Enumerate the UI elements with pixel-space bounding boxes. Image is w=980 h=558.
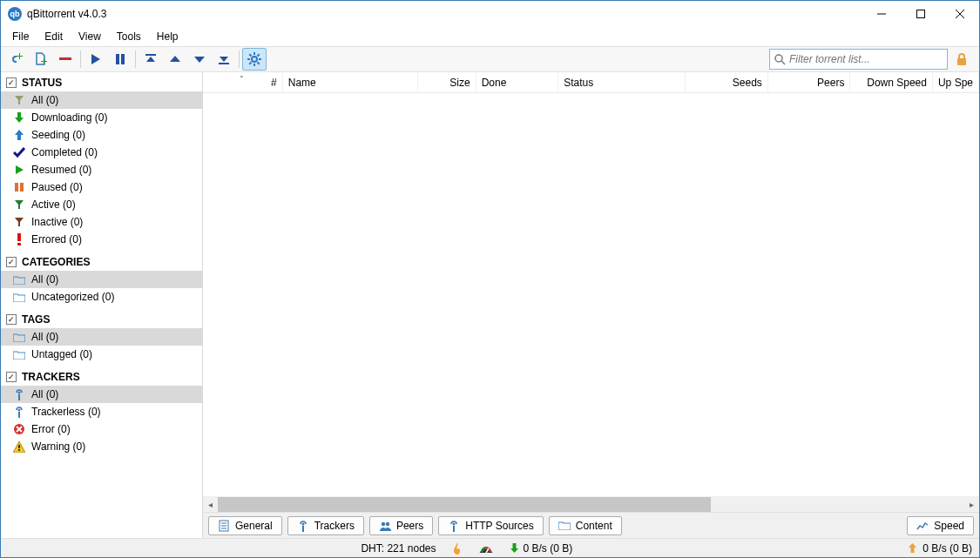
lock-button[interactable] xyxy=(951,49,972,70)
remove-button[interactable] xyxy=(53,48,78,71)
file-plus-icon xyxy=(33,51,49,67)
svg-rect-45 xyxy=(18,449,20,451)
status-bar: DHT: 221 nodes 0 B/s (0 B) 0 B/s (0 B) xyxy=(1,538,979,557)
column-done[interactable]: Done xyxy=(476,72,559,92)
tag-all[interactable]: All (0) xyxy=(1,328,202,346)
svg-point-37 xyxy=(18,392,21,394)
menu-view[interactable]: View xyxy=(71,29,109,44)
status-downloading[interactable]: Downloading (0) xyxy=(1,109,202,126)
filter-search-box[interactable] xyxy=(769,49,948,70)
svg-point-39 xyxy=(18,409,21,412)
status-seeding[interactable]: Seeding (0) xyxy=(1,126,202,144)
firewall-status[interactable] xyxy=(452,542,463,555)
toolbar-separator xyxy=(239,50,240,68)
up-arrow-icon xyxy=(908,542,917,554)
tracker-error[interactable]: Error (0) xyxy=(1,420,202,438)
down-speed-status[interactable]: 0 B/s (0 B) xyxy=(510,542,573,555)
tab-http-sources[interactable]: HTTP Sources xyxy=(438,516,543,535)
move-down-button[interactable] xyxy=(187,48,212,71)
settings-button[interactable] xyxy=(242,48,267,71)
svg-rect-31 xyxy=(20,183,24,192)
svg-marker-32 xyxy=(15,200,24,209)
svg-rect-54 xyxy=(453,526,455,532)
tab-trackers[interactable]: Trackers xyxy=(287,516,364,535)
minimize-icon xyxy=(877,10,886,18)
menu-file[interactable]: File xyxy=(4,29,37,44)
trackers-section-header[interactable]: ✓ TRACKERS xyxy=(1,368,202,386)
column-seeds[interactable]: Seeds xyxy=(686,72,768,92)
column-peers[interactable]: Peers xyxy=(768,72,851,92)
tab-general[interactable]: General xyxy=(208,516,282,535)
status-inactive[interactable]: Inactive (0) xyxy=(1,213,202,231)
column-down-speed[interactable]: Down Speed xyxy=(850,72,933,92)
sidebar-item-label: Completed (0) xyxy=(31,146,98,158)
sidebar-item-label: Seeding (0) xyxy=(31,129,85,141)
chevron-down-icon: ✓ xyxy=(6,372,17,382)
svg-marker-11 xyxy=(194,57,205,63)
svg-rect-34 xyxy=(17,233,21,241)
tracker-icon xyxy=(13,388,25,400)
scroll-track[interactable] xyxy=(218,497,964,512)
svg-rect-35 xyxy=(17,243,21,245)
column-size[interactable]: Size xyxy=(418,72,476,92)
column-number[interactable]: #⌄ xyxy=(203,72,283,92)
status-resumed[interactable]: Resumed (0) xyxy=(1,161,202,178)
column-name[interactable]: Name xyxy=(283,72,418,92)
pause-button[interactable] xyxy=(108,48,132,71)
sidebar-item-label: All (0) xyxy=(31,94,58,106)
add-link-button[interactable] xyxy=(4,48,29,71)
status-all[interactable]: All (0) xyxy=(1,91,202,109)
down-icon xyxy=(193,52,206,66)
detail-tabs: General Trackers Peers HTTP Sources Cont… xyxy=(203,512,979,538)
menu-edit[interactable]: Edit xyxy=(37,29,71,44)
svg-rect-8 xyxy=(145,54,156,56)
up-speed-status[interactable]: 0 B/s (0 B) xyxy=(908,542,972,555)
categories-header-label: CATEGORIES xyxy=(22,256,90,268)
column-status[interactable]: Status xyxy=(558,72,686,92)
tag-untagged[interactable]: Untagged (0) xyxy=(1,346,202,363)
tool-bar xyxy=(1,46,979,72)
tracker-all[interactable]: All (0) xyxy=(1,386,202,403)
status-completed[interactable]: Completed (0) xyxy=(1,144,202,161)
tracker-trackerless[interactable]: Trackerless (0) xyxy=(1,403,202,420)
categories-section-header[interactable]: ✓ CATEGORIES xyxy=(1,253,202,271)
scroll-right-icon[interactable]: ▸ xyxy=(964,497,979,512)
sidebar-item-label: Error (0) xyxy=(31,423,71,435)
category-all[interactable]: All (0) xyxy=(1,271,202,288)
menu-bar: File Edit View Tools Help xyxy=(1,27,979,46)
menu-tools[interactable]: Tools xyxy=(109,29,149,44)
scroll-thumb[interactable] xyxy=(218,497,711,512)
folder-icon xyxy=(13,292,25,302)
maximize-button[interactable] xyxy=(901,1,940,27)
status-errored[interactable]: Errored (0) xyxy=(1,231,202,248)
move-bottom-button[interactable] xyxy=(212,48,236,71)
move-top-button[interactable] xyxy=(139,48,163,71)
horizontal-scrollbar[interactable]: ◂ ▸ xyxy=(203,496,979,512)
play-button[interactable] xyxy=(84,48,108,71)
tab-speed[interactable]: Speed xyxy=(907,516,974,535)
tab-content[interactable]: Content xyxy=(549,516,622,535)
status-active[interactable]: Active (0) xyxy=(1,196,202,213)
minimize-button[interactable] xyxy=(862,1,901,27)
add-file-button[interactable] xyxy=(29,48,53,71)
folder-icon xyxy=(13,350,25,360)
tags-section-header[interactable]: ✓ TAGS xyxy=(1,311,202,328)
status-paused[interactable]: Paused (0) xyxy=(1,178,202,196)
tracker-warning[interactable]: Warning (0) xyxy=(1,438,202,455)
column-up-speed[interactable]: Up Spe xyxy=(933,72,979,92)
speed-limits[interactable] xyxy=(478,543,494,554)
svg-marker-27 xyxy=(15,112,24,123)
chevron-down-icon: ✓ xyxy=(6,314,17,325)
menu-help[interactable]: Help xyxy=(149,29,186,44)
filter-input[interactable] xyxy=(789,53,943,65)
tab-peers[interactable]: Peers xyxy=(369,516,433,535)
move-up-button[interactable] xyxy=(163,48,187,71)
status-section-header[interactable]: ✓ STATUS xyxy=(1,74,202,91)
category-uncategorized[interactable]: Uncategorized (0) xyxy=(1,288,202,306)
torrent-list[interactable] xyxy=(203,93,979,496)
close-button[interactable] xyxy=(940,1,979,27)
svg-marker-57 xyxy=(510,543,518,553)
scroll-left-icon[interactable]: ◂ xyxy=(203,497,218,512)
dht-status[interactable]: DHT: 221 nodes xyxy=(361,542,436,555)
chevron-down-icon: ✓ xyxy=(6,257,17,267)
